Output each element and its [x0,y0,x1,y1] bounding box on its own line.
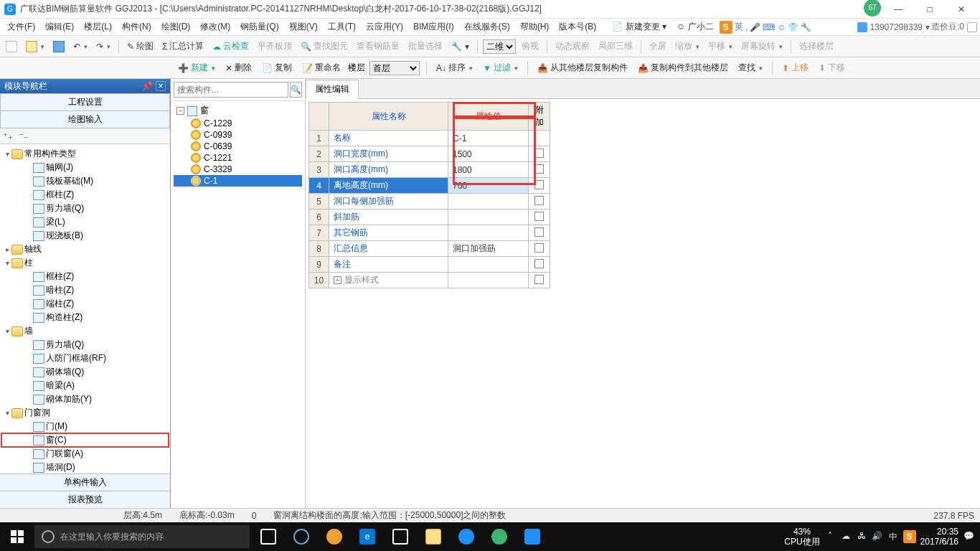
tree-item[interactable]: 墙洞(D) [1,461,169,474]
tray-vol-icon[interactable]: 🔊 [872,531,883,542]
search-input[interactable] [174,82,288,98]
cost-beans[interactable]: 造价豆:0 [931,21,977,33]
tray-notif-icon[interactable]: 💬 [963,531,974,542]
tb-pan[interactable]: 平移 [705,39,735,54]
ct-floor-select[interactable]: 首层 [369,61,420,75]
app-ggj[interactable] [517,522,548,551]
tray-clock[interactable]: 20:352017/6/16 [920,527,958,547]
ct-copy-to[interactable]: 📤 复制构件到其他楼层 [635,60,731,75]
ct-down[interactable]: ⬇ 下移 [816,60,848,75]
menu-item[interactable]: 绘图(D) [157,19,195,34]
tree-item[interactable]: 人防门框墙(RF) [1,352,169,365]
app-store[interactable] [385,522,416,551]
prop-row[interactable]: 7其它钢筋 [309,225,550,241]
tree-group[interactable]: ▾墙 [1,324,169,338]
app-360safe[interactable] [484,522,515,551]
menu-item[interactable]: 帮助(H) [516,19,554,34]
tree-item[interactable]: 现浇板(B) [1,229,169,242]
tb-dyn[interactable]: 动态观察 [552,39,593,54]
menu-new-change[interactable]: 📄 新建变更 ▾ [608,19,671,34]
tree-item[interactable]: 端柱(Z) [1,297,169,311]
menu-guangxiaoer[interactable]: ☺ 广小二 [672,19,718,34]
component-tree[interactable]: −窗C-1229C-0939C-0639C-1221C-3329C-1 [171,101,305,508]
ct-up[interactable]: ⬆ 上移 [779,60,811,75]
menu-item[interactable]: 修改(M) [196,19,235,34]
tab-property[interactable]: 属性编辑 [306,80,359,99]
comp-item[interactable]: C-1221 [174,152,302,164]
menu-item[interactable]: 云应用(Y) [362,19,407,34]
tray-up-icon[interactable]: ˄ [824,531,836,542]
app-360[interactable] [319,522,350,551]
prop-row[interactable]: 8汇总信息洞口加强筋 [309,241,550,257]
ct-copy-from[interactable]: 📥 从其他楼层复制构件 [534,60,631,75]
account-info[interactable]: 13907298339 ▾ [857,22,930,32]
tree-group[interactable]: ▾柱 [1,256,169,270]
comp-item[interactable]: C-0639 [174,141,302,152]
tree-item[interactable]: 剪力墙(Q) [1,202,169,215]
ct-find[interactable]: 查找 [735,60,765,75]
notification-badge[interactable]: 67 [864,0,881,17]
tb-batch[interactable]: 批量选择 [405,39,446,54]
maximize-button[interactable]: □ [915,2,944,17]
tb-more[interactable]: 🔧 ▾ [448,40,471,53]
tb-local3d[interactable]: 局部三维 [595,39,636,54]
ct-filter[interactable]: ▼ 过滤 [480,60,521,75]
close-button[interactable]: ✕ [947,2,976,17]
ime-lang[interactable]: 英 [735,21,743,33]
prop-row[interactable]: 10+显示样式 [309,273,550,288]
tb-redo[interactable]: ↷ [93,40,113,53]
tray-sogou-icon[interactable]: S [903,530,916,543]
tree-item[interactable]: 窗(C) [1,433,169,447]
app-cortana[interactable] [286,522,317,551]
nav-tree[interactable]: ▾常用构件类型轴网(J)筏板基础(M)框柱(Z)剪力墙(Q)梁(L)现浇板(B)… [0,144,170,474]
menu-item[interactable]: 楼层(L) [80,19,116,34]
tb-findimg[interactable]: 🔍 查找图元 [298,39,351,54]
prop-row[interactable]: 9备注 [309,257,550,273]
tb-top[interactable]: 俯视 [519,39,542,54]
ime-skin-icon[interactable]: 👕 [788,22,798,32]
tb-undo[interactable]: ↶ [70,40,90,53]
tree-item[interactable]: 暗梁(A) [1,379,169,392]
tray-net-icon[interactable]: 🖧 [856,531,867,542]
nav-bottom-single[interactable]: 单构件输入 [0,474,170,491]
tb-selfloor[interactable]: 选择楼层 [796,39,837,54]
tree-item[interactable]: 框柱(Z) [1,188,169,202]
tb-open[interactable] [23,39,47,54]
tb-sum[interactable]: Σ 汇总计算 [159,39,207,54]
nav-tab-project[interactable]: 工程设置 [0,93,170,111]
tree-item[interactable]: 门(M) [1,420,169,433]
menu-item[interactable]: 构件(N) [118,19,156,34]
tree-item[interactable]: 梁(L) [1,215,169,229]
ime-mic-icon[interactable]: 🎤 [750,22,760,32]
app-edge[interactable]: e [352,522,383,551]
tb-rot[interactable]: 屏幕旋转 [738,39,786,54]
menu-item[interactable]: 钢筋量(Q) [236,19,283,34]
menu-item[interactable]: 文件(F) [3,19,39,34]
app-browser2[interactable] [451,522,482,551]
ct-rename[interactable]: 📝 重命名 [299,60,344,75]
tree-item[interactable]: 剪力墙(Q) [1,338,169,352]
comp-root[interactable]: −窗 [174,104,302,118]
tb-draw[interactable]: ✎ 绘图 [124,39,156,54]
menu-item[interactable]: BIM应用(I) [409,19,458,34]
prop-row[interactable]: 4离地高度(mm)700 [309,178,550,194]
comp-item[interactable]: C-1 [174,175,302,187]
prop-row[interactable]: 3洞口高度(mm)1800 [309,162,550,178]
tb-flat[interactable]: 平齐板顶 [255,39,295,54]
ime-emoji-icon[interactable]: ☺ [777,22,786,32]
taskview-icon[interactable] [253,522,284,551]
tray-onedrive-icon[interactable]: ☁ [840,531,852,542]
comp-item[interactable]: C-3329 [174,164,302,175]
cpu-meter[interactable]: 43%CPU使用 [784,527,819,547]
tb-full[interactable]: 全屏 [646,39,669,54]
nav-bottom-report[interactable]: 报表预览 [0,491,170,508]
minimize-button[interactable]: — [884,2,913,17]
prop-row[interactable]: 6斜加筋 [309,209,550,225]
tree-item[interactable]: 门联窗(A) [1,447,169,461]
tree-item[interactable]: 轴网(J) [1,161,169,174]
sogou-ime-icon[interactable]: S [720,21,732,34]
menu-item[interactable]: 版本号(B) [555,19,600,34]
tb-new[interactable] [3,39,20,54]
ct-sort[interactable]: A↓ 排序 [433,60,476,75]
app-explorer[interactable] [418,522,449,551]
